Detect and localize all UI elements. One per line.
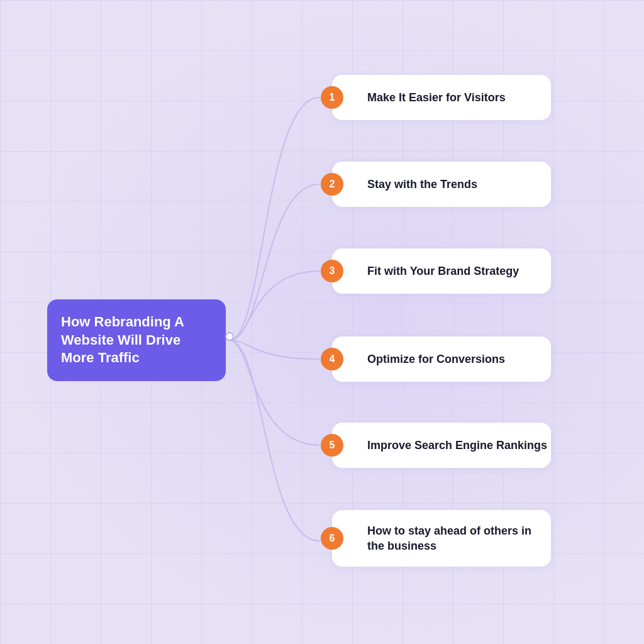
badge-4: 4	[321, 348, 343, 370]
branch-node-text-5: Improve Search Engine Rankings	[367, 438, 547, 453]
center-dot	[225, 332, 234, 341]
badge-2: 2	[321, 173, 343, 196]
branch-node-2: 2Stay with the Trends	[332, 162, 551, 207]
badge-5: 5	[321, 434, 343, 457]
branch-node-text-3: Fit with Your Brand Strategy	[367, 264, 519, 279]
badge-6: 6	[321, 527, 343, 550]
branch-node-text-1: Make It Easier for Visitors	[367, 90, 506, 105]
badge-1: 1	[321, 86, 343, 109]
branch-node-6: 6How to stay ahead of others in the busi…	[332, 510, 551, 567]
center-node: How Rebranding A Website Will Drive More…	[47, 299, 226, 381]
branch-node-text-2: Stay with the Trends	[367, 177, 477, 192]
branch-node-5: 5Improve Search Engine Rankings	[332, 423, 551, 468]
branch-node-4: 4Optimize for Conversions	[332, 336, 551, 382]
branch-node-text-6: How to stay ahead of others in the busin…	[367, 523, 551, 554]
branch-node-text-4: Optimize for Conversions	[367, 352, 505, 367]
branch-node-1: 1Make It Easier for Visitors	[332, 75, 551, 120]
badge-3: 3	[321, 260, 343, 282]
center-node-text: How Rebranding A Website Will Drive More…	[61, 313, 212, 367]
branch-node-3: 3Fit with Your Brand Strategy	[332, 248, 551, 294]
